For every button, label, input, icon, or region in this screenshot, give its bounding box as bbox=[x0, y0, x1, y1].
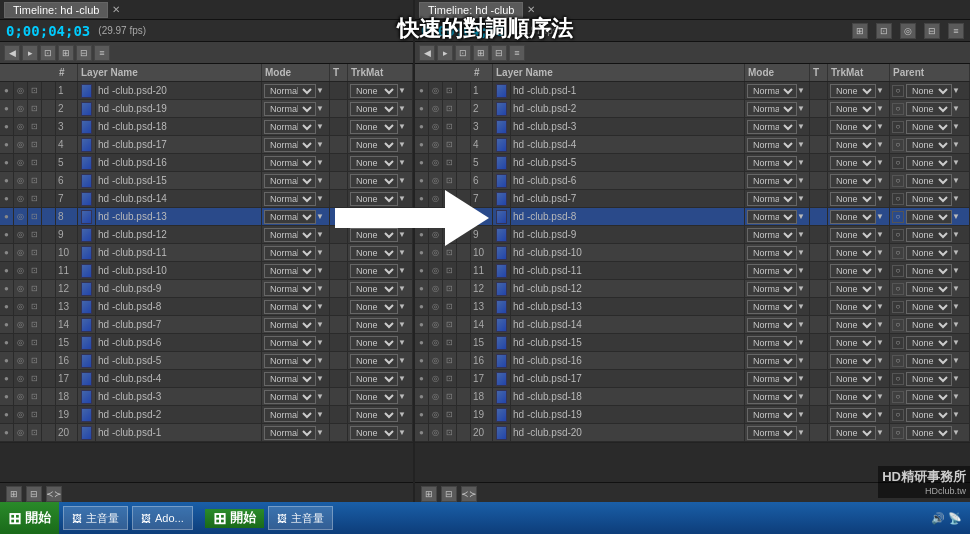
left-mode-select-5[interactable]: Normal bbox=[264, 156, 316, 170]
right-solo-11[interactable] bbox=[429, 262, 443, 279]
left-mode-8[interactable]: Normal ▼ bbox=[262, 208, 330, 225]
right-mode-arrow-8[interactable]: ▼ bbox=[797, 212, 805, 221]
right-parent-arrow-6[interactable]: ▼ bbox=[952, 176, 960, 185]
right-parent-radio-18[interactable]: ○ bbox=[892, 391, 904, 403]
right-solo-2[interactable] bbox=[429, 100, 443, 117]
left-lock-4[interactable] bbox=[28, 136, 42, 153]
left-trkmat-11[interactable]: None ▼ bbox=[348, 262, 413, 279]
left-trkmat-arrow-15[interactable]: ▼ bbox=[398, 338, 406, 347]
taskbar-item-1[interactable]: 🖼 主音量 bbox=[63, 506, 128, 530]
left-trkmat-arrow-5[interactable]: ▼ bbox=[398, 158, 406, 167]
right-trkmat-select-8[interactable]: None bbox=[830, 210, 876, 224]
right-trkmat-arrow-9[interactable]: ▼ bbox=[876, 230, 884, 239]
left-mode-select-16[interactable]: Normal bbox=[264, 354, 316, 368]
right-mode-5[interactable]: Normal ▼ bbox=[745, 154, 810, 171]
right-trkmat-select-5[interactable]: None bbox=[830, 156, 876, 170]
left-mode-arrow-14[interactable]: ▼ bbox=[316, 320, 324, 329]
left-trkmat-arrow-17[interactable]: ▼ bbox=[398, 374, 406, 383]
right-layer-row-16[interactable]: 16 hd -club.psd-16 Normal ▼ None ▼ ○ Non… bbox=[415, 352, 970, 370]
left-eye-16[interactable] bbox=[0, 352, 14, 369]
left-mode-11[interactable]: Normal ▼ bbox=[262, 262, 330, 279]
left-solo-10[interactable] bbox=[14, 244, 28, 261]
right-mode-select-14[interactable]: Normal bbox=[747, 318, 797, 332]
right-mode-arrow-10[interactable]: ▼ bbox=[797, 248, 805, 257]
right-parent-arrow-9[interactable]: ▼ bbox=[952, 230, 960, 239]
right-trkmat-17[interactable]: None ▼ bbox=[828, 370, 890, 387]
right-eye-6[interactable] bbox=[415, 172, 429, 189]
left-solo-14[interactable] bbox=[14, 316, 28, 333]
right-mode-arrow-12[interactable]: ▼ bbox=[797, 284, 805, 293]
left-mode-arrow-11[interactable]: ▼ bbox=[316, 266, 324, 275]
left-eye-8[interactable] bbox=[0, 208, 14, 225]
right-mode-2[interactable]: Normal ▼ bbox=[745, 100, 810, 117]
right-parent-arrow-13[interactable]: ▼ bbox=[952, 302, 960, 311]
right-mode-6[interactable]: Normal ▼ bbox=[745, 172, 810, 189]
right-trkmat-arrow-4[interactable]: ▼ bbox=[876, 140, 884, 149]
right-eye-20[interactable] bbox=[415, 424, 429, 441]
right-mode-arrow-15[interactable]: ▼ bbox=[797, 338, 805, 347]
right-trkmat-select-18[interactable]: None bbox=[830, 390, 876, 404]
right-eye-18[interactable] bbox=[415, 388, 429, 405]
right-eye-10[interactable] bbox=[415, 244, 429, 261]
tb-btn-5[interactable]: ⊟ bbox=[76, 45, 92, 61]
right-trkmat-select-16[interactable]: None bbox=[830, 354, 876, 368]
right-parent-19[interactable]: ○ None ▼ bbox=[890, 406, 970, 423]
left-trkmat-5[interactable]: None ▼ bbox=[348, 154, 413, 171]
right-lock-20[interactable] bbox=[443, 424, 457, 441]
right-mode-17[interactable]: Normal ▼ bbox=[745, 370, 810, 387]
right-layer-row-9[interactable]: 9 hd -club.psd-9 Normal ▼ None ▼ ○ None … bbox=[415, 226, 970, 244]
right-mode-arrow-17[interactable]: ▼ bbox=[797, 374, 805, 383]
left-lock-15[interactable] bbox=[28, 334, 42, 351]
left-lock-5[interactable] bbox=[28, 154, 42, 171]
right-lock-4[interactable] bbox=[443, 136, 457, 153]
left-trkmat-select-10[interactable]: None bbox=[350, 246, 398, 260]
left-mode-select-15[interactable]: Normal bbox=[264, 336, 316, 350]
right-parent-radio-12[interactable]: ○ bbox=[892, 283, 904, 295]
left-layer-row-16[interactable]: 16 hd -club.psd-5 Normal ▼ None ▼ bbox=[0, 352, 413, 370]
right-layer-row-17[interactable]: 17 hd -club.psd-17 Normal ▼ None ▼ ○ Non… bbox=[415, 370, 970, 388]
left-solo-17[interactable] bbox=[14, 370, 28, 387]
left-trkmat-arrow-16[interactable]: ▼ bbox=[398, 356, 406, 365]
taskbar-item-3[interactable]: 🖼 主音量 bbox=[268, 506, 333, 530]
left-solo-1[interactable] bbox=[14, 82, 28, 99]
left-mode-arrow-3[interactable]: ▼ bbox=[316, 122, 324, 131]
left-mode-select-6[interactable]: Normal bbox=[264, 174, 316, 188]
right-trkmat-3[interactable]: None ▼ bbox=[828, 118, 890, 135]
left-trkmat-arrow-14[interactable]: ▼ bbox=[398, 320, 406, 329]
left-mode-select-20[interactable]: Normal bbox=[264, 426, 316, 440]
left-solo-20[interactable] bbox=[14, 424, 28, 441]
right-mode-select-18[interactable]: Normal bbox=[747, 390, 797, 404]
left-eye-10[interactable] bbox=[0, 244, 14, 261]
right-mode-select-16[interactable]: Normal bbox=[747, 354, 797, 368]
left-bottom-btn2[interactable]: ⊟ bbox=[26, 486, 42, 502]
left-eye-18[interactable] bbox=[0, 388, 14, 405]
right-trkmat-arrow-20[interactable]: ▼ bbox=[876, 428, 884, 437]
right-trkmat-select-10[interactable]: None bbox=[830, 246, 876, 260]
left-trkmat-15[interactable]: None ▼ bbox=[348, 334, 413, 351]
right-solo-16[interactable] bbox=[429, 352, 443, 369]
right-parent-arrow-19[interactable]: ▼ bbox=[952, 410, 960, 419]
left-solo-19[interactable] bbox=[14, 406, 28, 423]
right-eye-11[interactable] bbox=[415, 262, 429, 279]
left-mode-12[interactable]: Normal ▼ bbox=[262, 280, 330, 297]
left-lock-12[interactable] bbox=[28, 280, 42, 297]
left-mode-select-11[interactable]: Normal bbox=[264, 264, 316, 278]
right-eye-19[interactable] bbox=[415, 406, 429, 423]
tb-btn-3[interactable]: ⊡ bbox=[40, 45, 56, 61]
right-eye-3[interactable] bbox=[415, 118, 429, 135]
right-parent-arrow-15[interactable]: ▼ bbox=[952, 338, 960, 347]
right-trkmat-12[interactable]: None ▼ bbox=[828, 280, 890, 297]
right-parent-radio-2[interactable]: ○ bbox=[892, 103, 904, 115]
right-layer-row-8[interactable]: 8 hd -club.psd-8 Normal ▼ None ▼ ○ None … bbox=[415, 208, 970, 226]
right-parent-select-15[interactable]: None bbox=[906, 336, 952, 350]
right-solo-18[interactable] bbox=[429, 388, 443, 405]
right-solo-17[interactable] bbox=[429, 370, 443, 387]
right-mode-13[interactable]: Normal ▼ bbox=[745, 298, 810, 315]
right-trkmat-arrow-13[interactable]: ▼ bbox=[876, 302, 884, 311]
right-layer-row-14[interactable]: 14 hd -club.psd-14 Normal ▼ None ▼ ○ Non… bbox=[415, 316, 970, 334]
right-trkmat-select-9[interactable]: None bbox=[830, 228, 876, 242]
right-solo-3[interactable] bbox=[429, 118, 443, 135]
right-parent-radio-4[interactable]: ○ bbox=[892, 139, 904, 151]
left-solo-15[interactable] bbox=[14, 334, 28, 351]
right-mode-12[interactable]: Normal ▼ bbox=[745, 280, 810, 297]
